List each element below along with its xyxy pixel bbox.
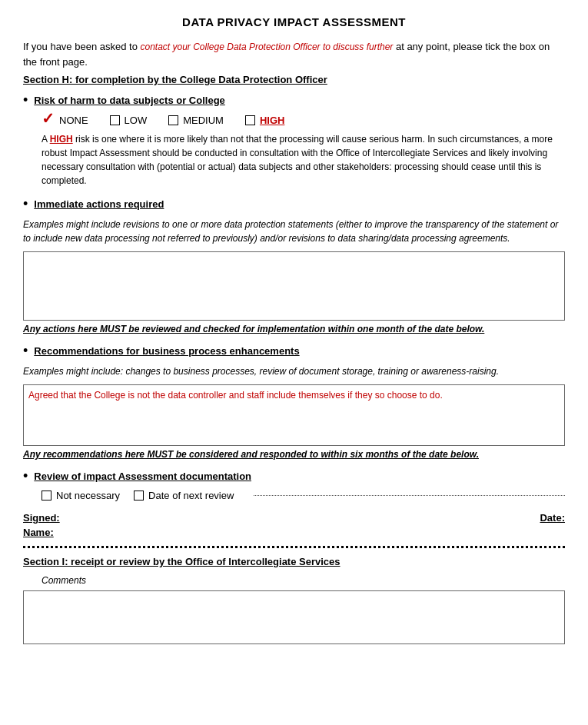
- low-option: LOW: [110, 115, 148, 126]
- immediate-actions-header: Immediate actions required: [34, 198, 164, 210]
- bullet-dot-1: •: [23, 93, 28, 107]
- immediate-bullet-item: • Immediate actions required: [23, 198, 565, 215]
- section-h-header: Section H: for completion by the College…: [23, 74, 565, 85]
- bullet-dot-3: •: [23, 344, 28, 358]
- risk-options-row: ✓ NONE LOW MEDIUM HIGH: [42, 114, 565, 126]
- risk-bullet-item: • Risk of harm to data subjects or Colle…: [23, 95, 565, 111]
- recommendations-textbox[interactable]: Agreed that the College is not the data …: [23, 384, 565, 446]
- high-label: HIGH: [260, 115, 285, 126]
- intro-text1: If you have been asked to: [23, 41, 141, 52]
- review-section: • Review of impact Assessment documentat…: [23, 471, 565, 501]
- risk-description: A HIGH risk is one where it is more like…: [42, 132, 565, 188]
- date-next-review-option: Date of next review: [134, 490, 234, 501]
- not-necessary-checkbox[interactable]: [42, 491, 51, 501]
- dpo-link: contact your College Data Protection Off…: [141, 42, 394, 52]
- recommendations-underline-note: Any recommendations here MUST be conside…: [23, 449, 565, 460]
- high-inline: HIGH: [50, 134, 73, 145]
- immediate-actions-section: • Immediate actions required Examples mi…: [23, 198, 565, 334]
- comments-textbox[interactable]: [23, 590, 565, 644]
- risk-section: • Risk of harm to data subjects or Colle…: [23, 95, 565, 188]
- low-checkbox[interactable]: [110, 115, 120, 125]
- recommendations-header: Recommendations for business process enh…: [34, 345, 299, 357]
- comments-label: Comments: [42, 575, 565, 586]
- risk-header: Risk of harm to data subjects or College: [34, 95, 225, 106]
- name-row: Name:: [23, 527, 565, 538]
- none-option: ✓ NONE: [42, 114, 88, 126]
- none-label: NONE: [59, 115, 88, 126]
- intro-paragraph: If you have been asked to contact your C…: [23, 39, 565, 69]
- recommendations-text-content: Agreed that the College is not the data …: [28, 390, 443, 401]
- none-checkmark: ✓: [42, 111, 55, 126]
- section-i-header: Section I: receipt or review by the Offi…: [23, 556, 565, 567]
- immediate-actions-underline-note: Any actions here MUST be reviewed and ch…: [23, 324, 565, 334]
- recommendations-note: Examples might include: changes to busin…: [23, 364, 565, 378]
- recommendations-bullet-item: • Recommendations for business process e…: [23, 345, 565, 361]
- immediate-actions-note: Examples might include revisions to one …: [23, 218, 565, 245]
- medium-label: MEDIUM: [183, 115, 224, 126]
- date-next-review-checkbox[interactable]: [134, 491, 144, 501]
- date-label: Date:: [540, 512, 565, 524]
- bullet-dot-4: •: [23, 469, 28, 483]
- page-title: DATA PRIVACY IMPACT ASSESSMENT: [23, 15, 565, 28]
- high-checkbox[interactable]: [245, 115, 255, 125]
- date-next-review-label: Date of next review: [148, 490, 234, 501]
- section-divider: [23, 546, 565, 548]
- signed-label: Signed:: [23, 512, 60, 524]
- high-option: HIGH: [245, 115, 285, 126]
- review-bullet-item: • Review of impact Assessment documentat…: [23, 471, 565, 487]
- immediate-actions-textbox[interactable]: [23, 251, 565, 321]
- not-necessary-option: Not necessary: [42, 490, 120, 501]
- medium-option: MEDIUM: [168, 115, 224, 126]
- bullet-dot-2: •: [23, 197, 28, 211]
- low-label: LOW: [125, 115, 148, 126]
- review-options-row: Not necessary Date of next review: [42, 490, 565, 501]
- signed-date-row: Signed: Date:: [23, 512, 565, 524]
- medium-checkbox[interactable]: [168, 115, 178, 125]
- recommendations-section: • Recommendations for business process e…: [23, 345, 565, 460]
- not-necessary-label: Not necessary: [56, 490, 120, 501]
- review-header: Review of impact Assessment documentatio…: [34, 471, 251, 482]
